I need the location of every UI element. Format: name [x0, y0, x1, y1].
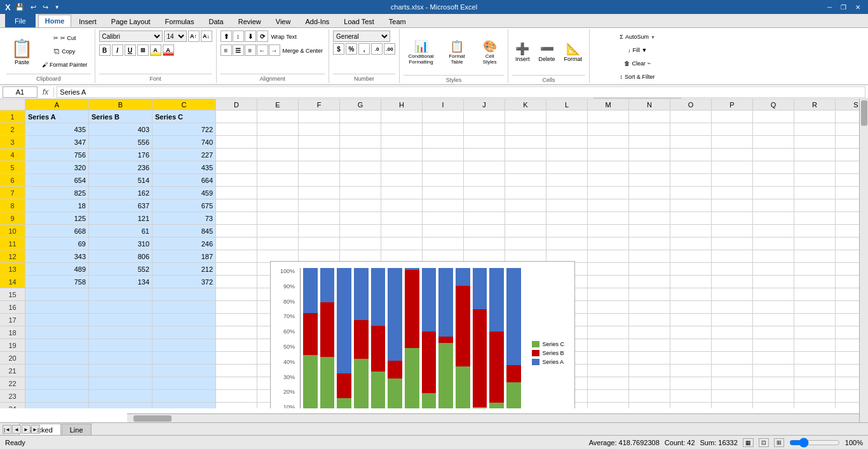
- number-format-select[interactable]: General: [333, 30, 390, 42]
- list-item[interactable]: [670, 161, 712, 174]
- list-item[interactable]: [505, 212, 546, 225]
- list-item[interactable]: 459: [153, 187, 216, 199]
- list-item[interactable]: [794, 326, 836, 339]
- col-header-R[interactable]: R: [794, 99, 836, 111]
- list-item[interactable]: [794, 225, 836, 238]
- list-item[interactable]: [89, 365, 153, 377]
- list-item[interactable]: [588, 238, 629, 250]
- col-header-O[interactable]: O: [670, 99, 712, 111]
- list-item[interactable]: [794, 377, 836, 390]
- v-scroll-thumb[interactable]: [861, 100, 867, 126]
- list-item[interactable]: [670, 111, 712, 123]
- list-item[interactable]: [299, 238, 340, 250]
- col-header-P[interactable]: P: [712, 99, 753, 111]
- list-item[interactable]: 664: [153, 174, 216, 187]
- list-item[interactable]: [629, 403, 670, 408]
- row-number-9[interactable]: 9: [0, 212, 25, 225]
- sheet-next-btn[interactable]: ►: [22, 425, 31, 434]
- list-item[interactable]: [216, 339, 257, 352]
- quick-dropdown[interactable]: ▼: [53, 4, 62, 11]
- list-item[interactable]: [753, 365, 794, 377]
- row-number-13[interactable]: 13: [0, 263, 25, 276]
- list-item[interactable]: [753, 225, 794, 238]
- list-item[interactable]: [340, 149, 381, 161]
- list-item[interactable]: [153, 390, 216, 403]
- list-item[interactable]: [588, 301, 629, 314]
- list-item[interactable]: [216, 149, 257, 161]
- list-item[interactable]: [753, 212, 794, 225]
- list-item[interactable]: 125: [25, 212, 89, 225]
- list-item[interactable]: [89, 339, 153, 352]
- list-item[interactable]: [753, 326, 794, 339]
- vertical-scrollbar[interactable]: [859, 99, 868, 422]
- list-item[interactable]: [153, 339, 216, 352]
- list-item[interactable]: [153, 301, 216, 314]
- list-item[interactable]: [712, 314, 753, 326]
- list-item[interactable]: [753, 263, 794, 276]
- list-item[interactable]: [753, 390, 794, 403]
- font-color-button[interactable]: A: [163, 44, 174, 56]
- list-item[interactable]: [753, 199, 794, 212]
- list-item[interactable]: [670, 149, 712, 161]
- list-item[interactable]: 556: [89, 136, 153, 149]
- tab-page-layout[interactable]: Page Layout: [104, 15, 158, 27]
- list-item[interactable]: [89, 288, 153, 301]
- font-name-select[interactable]: Calibri: [99, 30, 163, 42]
- list-item[interactable]: [464, 149, 505, 161]
- list-item[interactable]: [588, 403, 629, 408]
- row-number-5[interactable]: 5: [0, 161, 25, 174]
- list-item[interactable]: [794, 187, 836, 199]
- list-item[interactable]: [629, 199, 670, 212]
- list-item[interactable]: [753, 111, 794, 123]
- list-item[interactable]: [670, 403, 712, 408]
- conditional-formatting-button[interactable]: 📊 Conditional Formatting: [403, 30, 438, 74]
- list-item[interactable]: [712, 250, 753, 263]
- list-item[interactable]: 435: [25, 123, 89, 136]
- list-item[interactable]: [299, 149, 340, 161]
- list-item[interactable]: [546, 238, 588, 250]
- list-item[interactable]: [25, 288, 89, 301]
- list-item[interactable]: [753, 276, 794, 288]
- list-item[interactable]: [794, 263, 836, 276]
- row-number-10[interactable]: 10: [0, 225, 25, 238]
- list-item[interactable]: [588, 314, 629, 326]
- list-item[interactable]: [153, 288, 216, 301]
- col-header-F[interactable]: F: [299, 99, 340, 111]
- col-header-G[interactable]: G: [340, 99, 381, 111]
- list-item[interactable]: [340, 199, 381, 212]
- list-item[interactable]: [89, 377, 153, 390]
- list-item[interactable]: [153, 314, 216, 326]
- list-item[interactable]: [670, 250, 712, 263]
- list-item[interactable]: 343: [25, 250, 89, 263]
- border-button[interactable]: ⊞: [137, 44, 149, 56]
- list-item[interactable]: [153, 352, 216, 365]
- list-item[interactable]: [794, 365, 836, 377]
- list-item[interactable]: [629, 326, 670, 339]
- list-item[interactable]: [670, 301, 712, 314]
- h-scroll-thumb[interactable]: [133, 415, 172, 422]
- list-item[interactable]: [546, 123, 588, 136]
- tab-loadtest[interactable]: Load Test: [337, 15, 381, 27]
- list-item[interactable]: [340, 111, 381, 123]
- sheet-first-btn[interactable]: |◄: [3, 425, 11, 434]
- list-item[interactable]: [381, 199, 423, 212]
- list-item[interactable]: [299, 174, 340, 187]
- list-item[interactable]: [216, 174, 257, 187]
- list-item[interactable]: [381, 123, 423, 136]
- row-number-6[interactable]: 6: [0, 174, 25, 187]
- list-item[interactable]: [25, 326, 89, 339]
- list-item[interactable]: [464, 123, 505, 136]
- list-item[interactable]: [794, 212, 836, 225]
- list-item[interactable]: [670, 314, 712, 326]
- list-item[interactable]: [629, 365, 670, 377]
- list-item[interactable]: [670, 174, 712, 187]
- list-item[interactable]: [381, 161, 423, 174]
- list-item[interactable]: [216, 288, 257, 301]
- list-item[interactable]: [340, 174, 381, 187]
- list-item[interactable]: [464, 225, 505, 238]
- row-number-18[interactable]: 18: [0, 326, 25, 339]
- list-item[interactable]: [216, 263, 257, 276]
- list-item[interactable]: [753, 149, 794, 161]
- list-item[interactable]: [216, 123, 257, 136]
- list-item[interactable]: [588, 377, 629, 390]
